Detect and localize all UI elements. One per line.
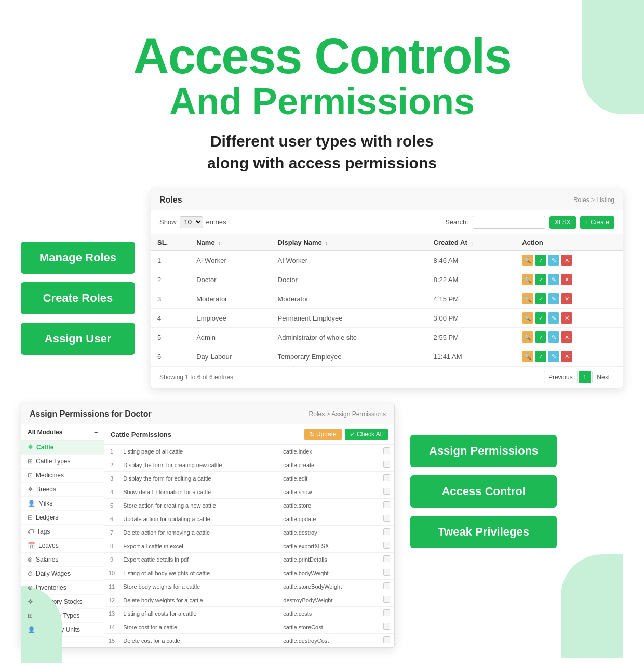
xlsx-button[interactable]: XLSX [549,216,576,229]
assign-btn[interactable]: ✓ [535,255,546,266]
permission-checkbox[interactable] [383,528,390,535]
module-item[interactable]: 🏷Tags [21,525,104,539]
badge-create-roles[interactable]: Create Roles [21,282,135,314]
entries-select[interactable]: 10 25 50 [180,216,203,228]
col-display-name[interactable]: Display Name ↕ [272,234,427,251]
badge-tweak-privileges[interactable]: Tweak Privileges [410,516,557,548]
update-button[interactable]: ↻ Update [304,429,342,440]
module-item[interactable]: ⊟Ledgers [21,511,104,525]
delete-btn[interactable]: ✕ [561,351,572,362]
view-btn[interactable]: 🔍 [522,255,533,266]
badge-manage-roles[interactable]: Manage Roles [21,242,135,274]
assign-panel-title: Assign Permissions for Doctor [30,409,152,419]
list-item: 7 Delete action for removing a cattle ca… [104,526,394,539]
module-icon: ❖ [28,486,33,493]
permission-checkbox[interactable] [383,501,390,508]
edit-btn[interactable]: ✎ [548,312,559,324]
top-section: Manage Roles Create Roles Assign User Ro… [21,190,623,388]
delete-btn[interactable]: ✕ [561,293,572,304]
delete-btn[interactable]: ✕ [561,274,572,285]
module-item[interactable]: ⊡Medicines [21,469,104,483]
prev-button[interactable]: Previous [544,371,578,383]
view-btn[interactable]: 🔍 [522,351,533,362]
delete-btn[interactable]: ✕ [561,255,572,266]
permission-checkbox[interactable] [383,515,390,522]
badge-assign-permissions[interactable]: Assign Permissions [410,435,557,467]
permission-checkbox[interactable] [383,542,390,549]
assign-panel: Assign Permissions for Doctor Roles > As… [21,404,395,648]
assign-btn[interactable]: ✓ [535,274,546,285]
edit-btn[interactable]: ✎ [548,293,559,304]
perm-table-header: Cattle Permissions ↻ Update ✓ Check All [104,424,394,445]
delete-btn[interactable]: ✕ [561,331,572,343]
permission-checkbox[interactable] [383,461,390,468]
module-item[interactable]: ⊗Salaries [21,553,104,567]
assign-body: All Modules − ❖Cattle⊞Cattle Types⊡Medic… [21,424,394,647]
search-label: Search: [445,218,468,226]
badge-assign-user[interactable]: Assign User [21,323,135,355]
module-icon: ⊚ [28,584,33,591]
list-item: 4 Show detail information for a cattle c… [104,485,394,499]
hero-subtitle: And Permissions [42,81,602,122]
table-row: 6 Day-Labour Temporary Employee 11:41 AM… [151,347,623,366]
edit-btn[interactable]: ✎ [548,351,559,362]
check-all-button[interactable]: ✓ Check All [345,429,388,440]
module-icon: 👤 [28,626,35,633]
assign-btn[interactable]: ✓ [535,351,546,362]
module-item[interactable]: 👤Milks [21,497,104,511]
permission-checkbox[interactable] [383,609,390,616]
assign-btn[interactable]: ✓ [535,331,546,343]
module-item[interactable]: 📅Leaves [21,539,104,553]
roles-footer: Showing 1 to 6 of 6 entries Previous 1 N… [151,366,623,388]
permission-checkbox[interactable] [383,474,390,481]
module-item[interactable]: ⊙Daily Wages [21,567,104,581]
hero-title: Access Controls [42,31,602,81]
table-row: 2 Doctor Doctor 8:22 AM 🔍 ✓ ✎ ✕ [151,270,623,289]
permission-checkbox[interactable] [383,582,390,589]
list-item: 13 Listing of all costs for a cattle cat… [104,607,394,620]
assign-btn[interactable]: ✓ [535,293,546,304]
badge-access-control[interactable]: Access Control [410,475,557,508]
next-button[interactable]: Next [592,371,614,383]
col-sl: SL. [151,234,190,251]
permission-checkbox[interactable] [383,623,390,630]
modules-header: All Modules − [21,424,104,441]
module-item[interactable]: ❖Breeds [21,483,104,497]
assign-breadcrumb: Roles > Assign Permissions [309,410,386,418]
view-btn[interactable]: 🔍 [522,293,533,304]
roles-toolbar: Show 10 25 50 entries Search: XLSX + Cre… [151,210,623,234]
edit-btn[interactable]: ✎ [548,274,559,285]
col-created-at[interactable]: Created At ↕ [427,234,516,251]
deco-bottom-right [561,554,623,658]
permission-checkbox[interactable] [383,596,390,603]
search-input[interactable] [473,216,545,229]
edit-btn[interactable]: ✎ [548,255,559,266]
main-content: Manage Roles Create Roles Assign User Ro… [0,190,644,665]
page-1-button[interactable]: 1 [579,371,592,383]
delete-btn[interactable]: ✕ [561,312,572,324]
module-icon: ⊡ [28,472,33,479]
table-row: 4 Employee Permanent Employee 3:00 PM 🔍 … [151,309,623,328]
assign-btn[interactable]: ✓ [535,312,546,324]
module-item[interactable]: ⊞Cattle Types [21,455,104,469]
show-entries: Show 10 25 50 entries [159,216,226,228]
permission-checkbox[interactable] [383,555,390,562]
create-button[interactable]: + Create [580,216,614,229]
roles-breadcrumb: Roles > Listing [573,196,614,204]
module-icon: ⊙ [28,570,33,577]
permission-checkbox[interactable] [383,569,390,576]
view-btn[interactable]: 🔍 [522,312,533,324]
module-item[interactable]: ❖Cattle [21,441,104,455]
table-row: 5 Admin Administrator of whole site 2:55… [151,328,623,347]
col-name[interactable]: Name ↕ [190,234,271,251]
permission-checkbox[interactable] [383,636,390,643]
module-icon: ❖ [28,598,33,605]
permission-checkbox[interactable] [383,488,390,495]
view-btn[interactable]: 🔍 [522,274,533,285]
permission-checkbox[interactable] [383,447,390,454]
view-btn[interactable]: 🔍 [522,331,533,343]
edit-btn[interactable]: ✎ [548,331,559,343]
list-item: 10 Listing of all body weights of cattle… [104,566,394,580]
list-item: 8 Export all cattle in excel cattle.expo… [104,539,394,553]
list-item: 1 Listing page of all cattle cattle.inde… [104,445,394,458]
